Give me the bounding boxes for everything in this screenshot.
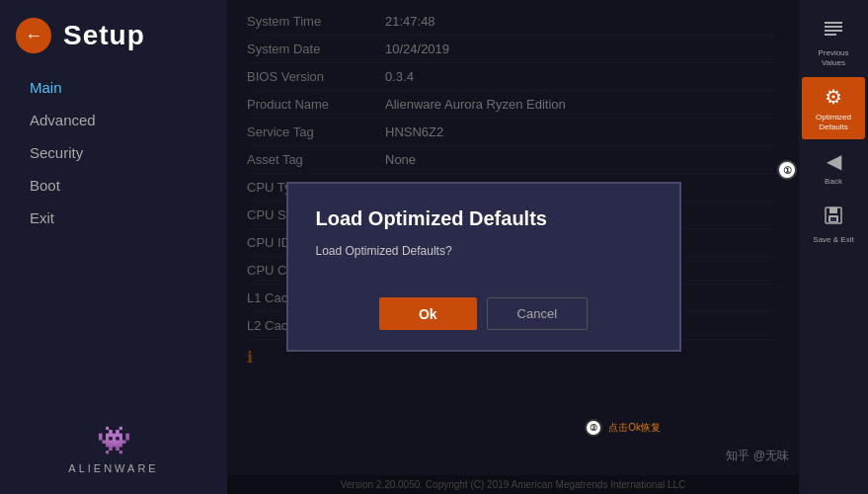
back-panel-icon: ◀ [827, 149, 841, 173]
dialog-buttons: Ok Cancel [316, 297, 652, 330]
sidebar-logo: 👾 ALIENWARE [0, 404, 227, 494]
svg-rect-3 [825, 34, 836, 36]
watermark: 知乎 @无味 [726, 448, 789, 464]
ok-button[interactable]: Ok [379, 297, 477, 330]
dialog-box: Load Optimized Defaults Load Optimized D… [286, 182, 681, 352]
dialog-overlay: Load Optimized Defaults Load Optimized D… [227, 0, 799, 494]
alienware-text: ALIENWARE [68, 462, 158, 474]
svg-rect-1 [825, 26, 842, 28]
sidebar: ← Setup Main Advanced Security Boot Exit… [0, 0, 227, 494]
main-content: System Time 21:47:48 System Date 10/24/2… [227, 0, 799, 494]
sidebar-title: Setup [63, 20, 145, 51]
optimized-defaults-label: OptimizedDefaults [816, 113, 851, 131]
back-panel-label: Back [825, 177, 842, 187]
optimized-defaults-button[interactable]: ⚙ OptimizedDefaults [802, 77, 865, 139]
alienware-icon: 👾 [97, 424, 131, 456]
right-panel: PreviousValues ⚙ OptimizedDefaults ◀ Bac… [799, 0, 868, 494]
svg-rect-0 [825, 22, 842, 24]
back-button[interactable]: ← [16, 18, 51, 53]
back-panel-button[interactable]: ◀ Back [802, 141, 865, 195]
svg-rect-7 [830, 217, 836, 221]
previous-values-icon [823, 18, 844, 44]
previous-values-button[interactable]: PreviousValues [802, 10, 865, 75]
svg-rect-2 [825, 30, 842, 32]
sidebar-item-security[interactable]: Security [20, 138, 227, 167]
dialog-body: Load Optimized Defaults? [316, 244, 652, 258]
save-exit-icon [823, 205, 844, 231]
gear-icon: ⚙ [825, 85, 842, 109]
dialog-title: Load Optimized Defaults [316, 207, 652, 230]
sidebar-item-boot[interactable]: Boot [20, 171, 227, 200]
annotation-1-badge: ① [777, 160, 797, 180]
svg-rect-5 [829, 207, 837, 213]
sidebar-item-main[interactable]: Main [20, 73, 227, 102]
sidebar-header: ← Setup [0, 0, 227, 63]
sidebar-item-exit[interactable]: Exit [20, 204, 227, 232]
cancel-button[interactable]: Cancel [487, 297, 588, 330]
save-exit-button[interactable]: Save & Exit [802, 197, 865, 253]
annotation-2-group: ② 点击Ok恢复 [585, 419, 661, 437]
sidebar-nav: Main Advanced Security Boot Exit [0, 63, 227, 232]
previous-values-label: PreviousValues [818, 48, 848, 67]
save-exit-label: Save & Exit [813, 235, 853, 245]
sidebar-item-advanced[interactable]: Advanced [20, 106, 227, 134]
annotation-2-text: 点击Ok恢复 [608, 421, 661, 435]
back-icon: ← [25, 26, 42, 46]
annotation-2-badge: ② [585, 419, 602, 437]
